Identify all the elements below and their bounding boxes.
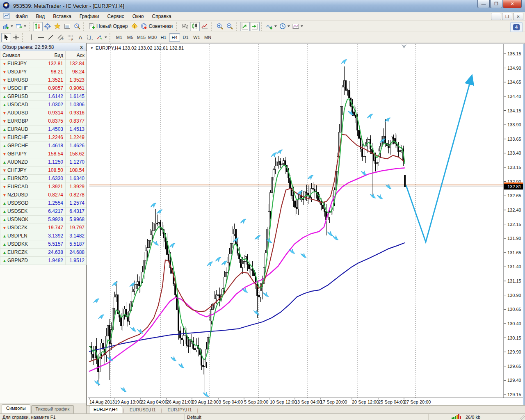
expert-advisors-button[interactable]: Советники <box>139 22 175 31</box>
column-header-symbol[interactable]: Символ <box>0 51 44 59</box>
market-watch-button[interactable] <box>33 22 43 31</box>
arrows-shapes-button[interactable] <box>95 33 108 42</box>
market-watch-row-USDPLN[interactable]: ▲USDPLN3.13923.1482 <box>0 232 87 240</box>
text-label-button[interactable]: T <box>85 33 95 42</box>
timeframe-m15[interactable]: M15 <box>136 33 147 42</box>
chart-tab-eurusd-h1[interactable]: EURUSD,H1 <box>125 406 160 413</box>
profile-selector[interactable]: Default <box>185 414 429 420</box>
mdi-close-button[interactable]: ✕ <box>513 13 523 20</box>
cursor-button[interactable] <box>1 33 11 42</box>
templates-list-button[interactable] <box>291 22 304 31</box>
market-watch-row-GBPCHF[interactable]: ▲GBPCHF1.46181.4626 <box>0 142 87 150</box>
profiles-button[interactable] <box>14 22 27 31</box>
market-watch-row-EURCZK[interactable]: ▲EURCZK24.63824.688 <box>0 248 87 256</box>
strategy-tester-button[interactable] <box>72 22 82 31</box>
data-window-button[interactable] <box>43 22 52 31</box>
price-chart[interactable]: 135.15134.90134.65134.40134.15133.90133.… <box>87 43 525 405</box>
chart-bars-button[interactable] <box>180 22 190 31</box>
market-watch-row-EURUSD[interactable]: ▼EURUSD1.35211.3523 <box>0 76 87 84</box>
market-watch-row-GBPNZD[interactable]: ▲GBPNZD1.94821.9512 <box>0 256 87 265</box>
dropdown-caret-icon[interactable] <box>11 25 13 27</box>
timeframe-m1[interactable]: M1 <box>114 33 125 42</box>
market-watch-row-AUDNZD[interactable]: ▲AUDNZD1.12501.1270 <box>0 158 87 166</box>
market-watch-tab-symbols[interactable]: Символы <box>2 404 30 413</box>
dropdown-caret-icon[interactable] <box>288 25 290 27</box>
market-watch-tab-tick-chart[interactable]: Тиковый график <box>31 405 74 413</box>
market-watch-row-USDSEK[interactable]: ▲USDSEK6.42176.4317 <box>0 207 87 215</box>
chart-tab-eurjpy-h4[interactable]: EURJPY,H4 <box>89 406 122 413</box>
chart-shift-button[interactable] <box>250 22 260 31</box>
market-watch-row-NZDUSD[interactable]: ▼NZDUSD0.82740.8278 <box>0 191 87 199</box>
mdi-minimize-button[interactable]: — <box>491 13 501 20</box>
menu-insert[interactable]: Вставка <box>49 13 75 20</box>
menu-charts[interactable]: Графики <box>75 13 103 20</box>
navigator-button[interactable] <box>52 22 62 31</box>
dropdown-caret-icon[interactable] <box>24 25 26 27</box>
new-order-button[interactable]: Новый Ордер <box>87 22 130 31</box>
market-watch-row-EURCHF[interactable]: ▼EURCHF1.22461.2249 <box>0 133 87 142</box>
menu-service[interactable]: Сервис <box>103 13 128 20</box>
menu-window[interactable]: Окно <box>128 13 148 20</box>
vertical-line-button[interactable] <box>26 33 36 42</box>
chart-line-button[interactable] <box>200 22 210 31</box>
market-watch-row-EURJPY[interactable]: ▼EURJPY132.81132.84 <box>0 59 87 68</box>
market-watch-row-USDDKK[interactable]: ▲USDDKK5.51575.5187 <box>0 240 87 248</box>
zoom-out-button[interactable] <box>225 22 235 31</box>
market-watch-row-USDCHF[interactable]: ▼USDCHF0.90570.9061 <box>0 84 87 92</box>
market-watch-row-EURNZD[interactable]: ▲EURNZD1.63301.6340 <box>0 174 87 183</box>
indicators-list-button[interactable] <box>265 22 278 31</box>
market-watch-row-GBPUSD[interactable]: ▲GBPUSD1.61421.6145 <box>0 92 87 100</box>
dropdown-caret-icon[interactable] <box>301 25 303 27</box>
market-watch-row-USDCAD[interactable]: ▲USDCAD1.03021.0306 <box>0 100 87 109</box>
ask-value: 0.8278 <box>66 191 87 199</box>
menu-help[interactable]: Справка <box>148 13 176 20</box>
terminal-button[interactable] <box>62 22 72 31</box>
trend-line-button[interactable] <box>46 33 56 42</box>
fibonacci-button[interactable]: F <box>66 33 75 42</box>
chart-tab-eurjpy-h1[interactable]: EURJPY,H1 <box>163 406 196 413</box>
market-watch-row-USDNOK[interactable]: ▲USDNOK5.99285.9968 <box>0 215 87 224</box>
price-axis[interactable]: 135.15134.90134.65134.40134.15133.90133.… <box>504 43 525 398</box>
maximize-button[interactable]: ❐ <box>490 0 502 8</box>
market-watch-row-USDJPY[interactable]: ▼USDJPY98.2198.24 <box>0 68 87 76</box>
mdi-restore-button[interactable]: ❐ <box>502 13 512 20</box>
close-button[interactable]: ✕ <box>503 0 522 8</box>
equidistant-channel-button[interactable]: E <box>56 33 66 42</box>
chart-tab-bar: EURJPY,H4|EURUSD,H1|EURJPY,H1| <box>87 405 525 413</box>
auto-scroll-button[interactable] <box>240 22 250 31</box>
dropdown-caret-icon[interactable] <box>274 25 277 27</box>
timeframe-w1[interactable]: W1 <box>191 33 202 42</box>
text-button[interactable]: A <box>75 33 85 42</box>
market-watch-row-EURCAD[interactable]: ▼EURCAD1.39211.3929 <box>0 183 87 191</box>
menu-file[interactable]: Файл <box>11 13 32 20</box>
timeframe-h1[interactable]: H1 <box>158 33 169 42</box>
market-watch-row-CHFJPY[interactable]: ▼CHFJPY108.50108.54 <box>0 166 87 174</box>
market-watch-row-EURAUD[interactable]: ▲EURAUD1.45031.4513 <box>0 125 87 133</box>
chart-candles-button[interactable] <box>190 22 200 31</box>
horizontal-line-button[interactable] <box>36 33 46 42</box>
alerts-button[interactable]: ! <box>130 22 139 31</box>
market-watch-row-USDSGD[interactable]: ▲USDSGD1.25541.2574 <box>0 199 87 207</box>
market-watch-row-GBPJPY[interactable]: ▼GBPJPY158.54158.62 <box>0 150 87 158</box>
column-header-bid[interactable]: Бид <box>44 51 66 59</box>
zoom-in-button[interactable] <box>215 22 225 31</box>
timeframe-m30[interactable]: M30 <box>147 33 158 42</box>
new-chart-button[interactable] <box>1 22 14 31</box>
market-watch-row-EURGBP[interactable]: ▼EURGBP0.83750.8377 <box>0 117 87 125</box>
market-watch-close-icon[interactable]: x <box>79 44 84 50</box>
dropdown-caret-icon[interactable] <box>105 37 107 38</box>
menu-view[interactable]: Вид <box>32 13 49 20</box>
crosshair-button[interactable] <box>11 33 21 42</box>
resize-grip[interactable] <box>519 414 525 420</box>
market-watch-row-USDCZK[interactable]: ▼USDCZK19.74719.797 <box>0 224 87 232</box>
timeframe-mn[interactable]: MN <box>202 33 213 42</box>
timeframe-h4[interactable]: H4 <box>169 33 180 42</box>
market-watch-row-AUDUSD[interactable]: ▼AUDUSD0.93140.9316 <box>0 109 87 117</box>
cursor-icon <box>3 34 9 41</box>
periods-list-button[interactable] <box>278 22 291 31</box>
minimize-button[interactable]: — <box>477 0 490 8</box>
timeframe-d1[interactable]: D1 <box>180 33 191 42</box>
column-header-ask[interactable]: Аск <box>66 51 87 59</box>
mailbox-button[interactable]: 4 <box>510 22 523 32</box>
timeframe-m5[interactable]: M5 <box>125 33 136 42</box>
